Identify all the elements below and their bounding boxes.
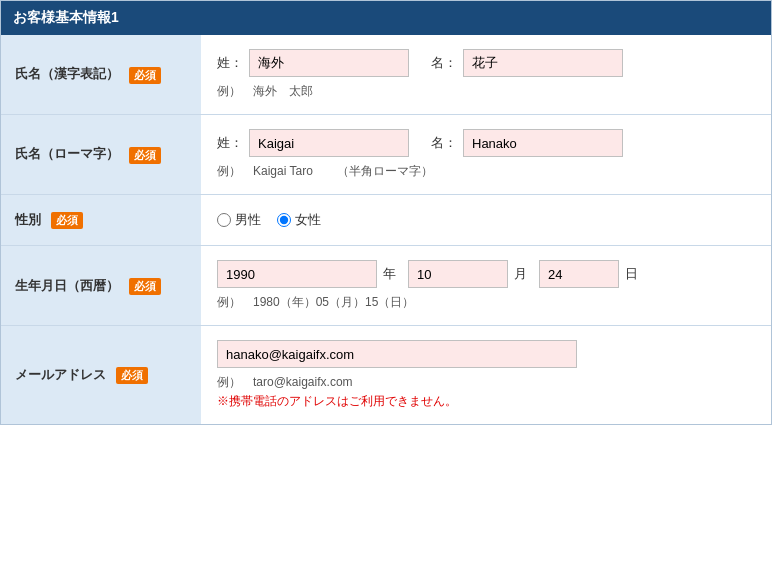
last-name-roman-input[interactable] [249, 129, 409, 157]
month-suffix: 月 [514, 265, 527, 283]
roman-name-example: 例） Kaigai Taro （半角ローマ字） [217, 163, 755, 180]
roman-last-prefix: 姓： [217, 134, 243, 152]
roman-first-prefix: 名： [431, 134, 457, 152]
roman-name-label-cell: 氏名（ローマ字） 必須 [1, 115, 201, 195]
email-required-badge: 必須 [116, 367, 148, 384]
email-input[interactable] [217, 340, 577, 368]
birth-month-input[interactable] [408, 260, 508, 288]
form-table: 氏名（漢字表記） 必須 姓： 名： 例） 海外 太郎 氏名（ローマ字） 必須 [1, 35, 771, 424]
year-suffix: 年 [383, 265, 396, 283]
kanji-first-prefix: 名： [431, 54, 457, 72]
gender-label-cell: 性別 必須 [1, 195, 201, 246]
email-input-row [217, 340, 755, 368]
birthdate-label-cell: 生年月日（西暦） 必須 [1, 246, 201, 326]
email-content: 例） taro@kaigaifx.com ※携帯電話のアドレスはご利用できません… [201, 326, 771, 425]
last-name-kanji-input[interactable] [249, 49, 409, 77]
birth-year-input[interactable] [217, 260, 377, 288]
form-title: お客様基本情報1 [13, 9, 119, 25]
day-suffix: 日 [625, 265, 638, 283]
roman-name-content: 姓： 名： 例） Kaigai Taro （半角ローマ字） [201, 115, 771, 195]
email-label-cell: メールアドレス 必須 [1, 326, 201, 425]
first-name-roman-input[interactable] [463, 129, 623, 157]
email-warning: ※携帯電話のアドレスはご利用できません。 [217, 393, 755, 410]
first-name-kanji-input[interactable] [463, 49, 623, 77]
gender-female-label[interactable]: 女性 [277, 211, 321, 229]
kanji-name-label: 氏名（漢字表記） [15, 66, 119, 81]
email-row: メールアドレス 必須 例） taro@kaigaifx.com ※携帯電話のアド… [1, 326, 771, 425]
birth-day-input[interactable] [539, 260, 619, 288]
gender-male-radio[interactable] [217, 213, 231, 227]
kanji-name-example: 例） 海外 太郎 [217, 83, 755, 100]
email-example: 例） taro@kaigaifx.com [217, 374, 755, 391]
form-header: お客様基本情報1 [1, 1, 771, 35]
gender-label: 性別 [15, 212, 41, 227]
gender-required-badge: 必須 [51, 212, 83, 229]
gender-male-text: 男性 [235, 211, 261, 229]
roman-name-row: 氏名（ローマ字） 必須 姓： 名： 例） Kaigai Taro （半角ローマ字… [1, 115, 771, 195]
gender-female-text: 女性 [295, 211, 321, 229]
birthdate-label: 生年月日（西暦） [15, 278, 119, 293]
birthdate-input-row: 年 月 日 [217, 260, 755, 288]
birthdate-required-badge: 必須 [129, 278, 161, 295]
roman-name-input-row: 姓： 名： [217, 129, 755, 157]
gender-female-radio[interactable] [277, 213, 291, 227]
kanji-name-input-row: 姓： 名： [217, 49, 755, 77]
birthdate-row: 生年月日（西暦） 必須 年 月 日 例） 1980（年）05（月）15（日） [1, 246, 771, 326]
kanji-required-badge: 必須 [129, 67, 161, 84]
email-label: メールアドレス [15, 367, 106, 382]
kanji-last-prefix: 姓： [217, 54, 243, 72]
form-container: お客様基本情報1 氏名（漢字表記） 必須 姓： 名： 例） 海外 太郎 氏名（ロ [0, 0, 772, 425]
kanji-name-label-cell: 氏名（漢字表記） 必須 [1, 35, 201, 115]
gender-row: 性別 必須 男性 女性 [1, 195, 771, 246]
gender-radio-group: 男性 女性 [217, 211, 755, 229]
roman-required-badge: 必須 [129, 147, 161, 164]
gender-content: 男性 女性 [201, 195, 771, 246]
gender-male-label[interactable]: 男性 [217, 211, 261, 229]
kanji-name-content: 姓： 名： 例） 海外 太郎 [201, 35, 771, 115]
birthdate-example: 例） 1980（年）05（月）15（日） [217, 294, 755, 311]
kanji-name-row: 氏名（漢字表記） 必須 姓： 名： 例） 海外 太郎 [1, 35, 771, 115]
roman-name-label: 氏名（ローマ字） [15, 146, 119, 161]
birthdate-content: 年 月 日 例） 1980（年）05（月）15（日） [201, 246, 771, 326]
